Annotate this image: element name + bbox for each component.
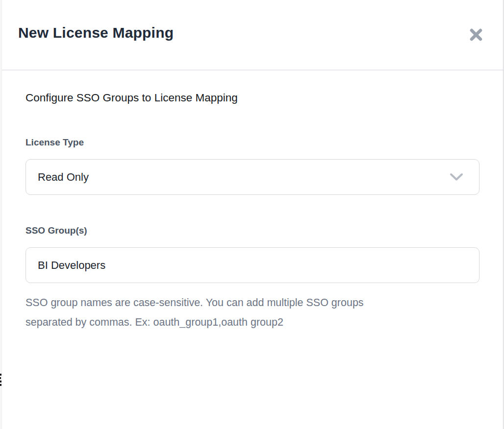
- sso-groups-input[interactable]: [25, 247, 479, 283]
- close-icon: [469, 27, 483, 42]
- license-type-selected-value: Read Only: [38, 171, 89, 184]
- modal-title: New License Mapping: [18, 24, 174, 41]
- chevron-down-icon: [450, 173, 463, 181]
- configure-heading: Configure SSO Groups to License Mapping: [25, 71, 479, 104]
- new-license-mapping-modal: New License Mapping Configure SSO Groups…: [1, 0, 504, 429]
- license-type-label: License Type: [25, 137, 479, 148]
- close-button[interactable]: [468, 26, 484, 43]
- license-type-select[interactable]: Read Only: [25, 159, 479, 195]
- sso-groups-helper-text: SSO group names are case-sensitive. You …: [25, 293, 479, 332]
- helper-line-1: SSO group names are case-sensitive. You …: [25, 293, 479, 312]
- modal-header: New License Mapping: [2, 0, 503, 71]
- helper-line-2: separated by commas. Ex: oauth_group1,oa…: [25, 312, 479, 332]
- sso-groups-label: SSO Group(s): [25, 225, 479, 236]
- page-background: New License Mapping Configure SSO Groups…: [0, 0, 504, 429]
- modal-body: Configure SSO Groups to License Mapping …: [2, 71, 503, 332]
